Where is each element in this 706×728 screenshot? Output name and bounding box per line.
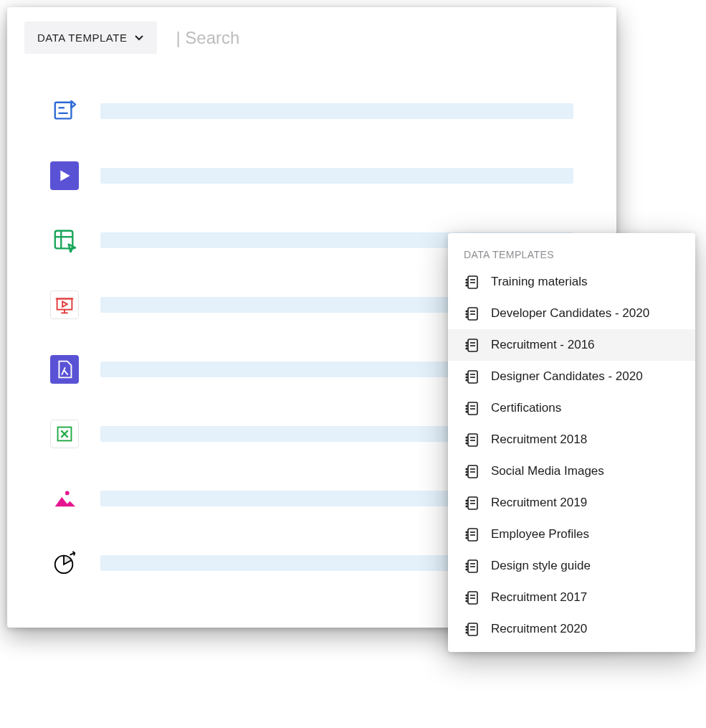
template-option[interactable]: Recruitment - 2016 [448,329,695,361]
template-option-label: Design style guide [491,559,591,573]
template-option-label: Recruitment 2017 [491,590,587,605]
template-icon [464,558,480,574]
image-icon [50,484,79,513]
template-option-label: Recruitment 2019 [491,496,587,510]
template-icon [464,432,480,448]
popover-title: DATA TEMPLATES [448,239,695,266]
template-option[interactable]: Social Media Images [448,455,695,487]
template-option[interactable]: Recruitment 2017 [448,582,695,613]
template-option[interactable]: Recruitment 2020 [448,613,695,645]
template-icon [464,400,480,416]
template-icon [464,590,480,605]
template-option-label: Developer Candidates - 2020 [491,306,649,321]
notice-icon [50,97,79,126]
template-option[interactable]: Training materials [448,266,695,298]
placeholder-line [100,168,573,184]
pdf-icon [50,355,79,384]
template-option-label: Training materials [491,275,587,289]
template-icon [464,274,480,290]
template-icon [464,526,480,542]
template-option[interactable]: Design style guide [448,550,695,582]
list-item[interactable] [50,161,573,190]
chevron-down-icon [134,33,144,43]
data-templates-popover: DATA TEMPLATES Training materialsDevelop… [448,233,695,652]
template-option-label: Social Media Images [491,464,604,478]
template-option-label: Recruitment 2020 [491,622,587,636]
template-icon [464,306,480,321]
template-option[interactable]: Certifications [448,392,695,424]
play-icon [50,161,79,190]
template-option-label: Certifications [491,401,561,415]
pie-icon [50,549,79,577]
data-template-filter-button[interactable]: DATA TEMPLATE [24,22,157,54]
excel-icon [50,420,79,448]
template-option[interactable]: Designer Candidates - 2020 [448,361,695,392]
template-option[interactable]: Recruitment 2018 [448,424,695,455]
template-icon [464,621,480,637]
template-option-label: Employee Profiles [491,527,589,542]
template-icon [464,495,480,511]
template-option[interactable]: Developer Candidates - 2020 [448,298,695,329]
sheet-icon [50,226,79,255]
template-option-label: Recruitment 2018 [491,432,587,447]
template-option[interactable]: Recruitment 2019 [448,487,695,519]
template-icon [464,463,480,479]
template-option-label: Designer Candidates - 2020 [491,369,643,384]
search-header: DATA TEMPLATE [7,7,616,68]
placeholder-line [100,103,573,119]
template-option-label: Recruitment - 2016 [491,338,595,352]
list-item[interactable] [50,97,573,126]
template-icon [464,369,480,384]
template-option[interactable]: Employee Profiles [448,519,695,550]
search-input[interactable] [157,22,599,54]
filter-label: DATA TEMPLATE [37,32,127,44]
template-icon [464,337,480,353]
slideshow-icon [50,290,79,319]
